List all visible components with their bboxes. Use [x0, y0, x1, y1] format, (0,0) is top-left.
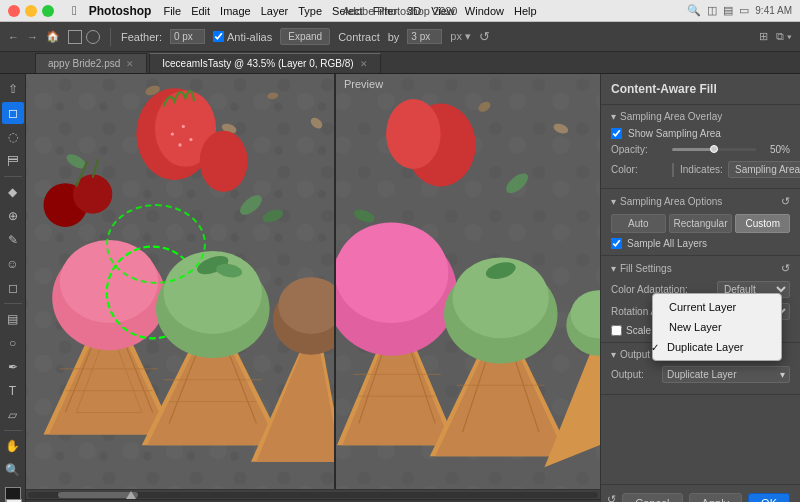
preview-image: [336, 74, 600, 489]
rectangular-btn[interactable]: Rectangular: [669, 214, 733, 233]
bottom-reset-icon[interactable]: ↺: [607, 493, 616, 502]
opacity-slider[interactable]: [672, 148, 756, 151]
sample-all-checkbox[interactable]: [611, 238, 622, 249]
screen-mode-icon[interactable]: ◫: [707, 4, 717, 17]
output-label: Output:: [611, 369, 656, 380]
zoom-tool[interactable]: 🔍: [2, 459, 24, 481]
search-icon[interactable]: 🔍: [687, 4, 701, 17]
window-controls: [8, 5, 54, 17]
text-tool[interactable]: T: [2, 380, 24, 402]
chevron-down-icon-4: ▾: [611, 349, 616, 360]
current-layer-option: Current Layer: [669, 301, 736, 313]
indicates-select[interactable]: Sampling Area Selection None: [728, 161, 800, 178]
chevron-down-icon-3: ▾: [611, 263, 616, 274]
color-swatch[interactable]: [672, 163, 674, 177]
scroll-track[interactable]: [28, 492, 598, 498]
sampling-overlay-section: ▾ Sampling Area Overlay Show Sampling Ar…: [601, 105, 800, 189]
caf-panel: Content-Aware Fill ▾ Sampling Area Overl…: [600, 74, 800, 502]
eraser-tool[interactable]: ◻: [2, 277, 24, 299]
sampling-options-toggle[interactable]: ▾ Sampling Area Options ↺: [611, 195, 790, 208]
workspace: ⇧ ◻ ◌ ⛿ ◆ ⊕ ✎ ☺ ◻ ▤ ○ ✒ T ▱ ✋ 🔍: [0, 74, 800, 502]
tab-bride-close[interactable]: ✕: [126, 59, 134, 69]
preview-panel[interactable]: Preview: [336, 74, 600, 489]
opacity-value: 50%: [762, 144, 790, 155]
tab-icecream[interactable]: IceceamIsTasty @ 43.5% (Layer 0, RGB/8) …: [149, 53, 380, 73]
ok-button[interactable]: OK: [748, 493, 790, 502]
custom-btn[interactable]: Custom: [735, 214, 790, 233]
svg-point-20: [178, 143, 181, 146]
fill-reset-icon[interactable]: ↺: [781, 262, 790, 275]
expand-button[interactable]: Expand: [280, 28, 330, 45]
svg-point-18: [182, 125, 185, 128]
minimize-button[interactable]: [25, 5, 37, 17]
output-select-button[interactable]: Duplicate Layer ▾: [662, 366, 790, 383]
original-image-panel[interactable]: [26, 74, 336, 489]
options-bar: ← → 🏠 Feather: Anti-alias Expand Contrac…: [0, 22, 800, 52]
zoom-to-fit-icon[interactable]: ⊞: [759, 30, 768, 43]
contract-value-input[interactable]: [407, 29, 442, 44]
maximize-button[interactable]: [42, 5, 54, 17]
pen-tool[interactable]: ✒: [2, 356, 24, 378]
arrange-icon[interactable]: ⧉ ▾: [776, 30, 792, 43]
canvas-hscrollbar[interactable]: [26, 489, 600, 499]
caf-bottom-buttons: ↺ Cancel Apply OK: [601, 484, 800, 502]
healing-tool[interactable]: ⊕: [2, 205, 24, 227]
crop-tool[interactable]: ⛿: [2, 150, 24, 172]
sampling-reset-icon[interactable]: ↺: [781, 195, 790, 208]
canvas-content[interactable]: Preview: [26, 74, 600, 489]
sampling-btn-group: Auto Rectangular Custom: [611, 214, 790, 233]
lasso-tool[interactable]: ◌: [2, 126, 24, 148]
eyedropper-tool[interactable]: ◆: [2, 181, 24, 203]
output-row: Output: Duplicate Layer ▾ Current Layer …: [611, 366, 790, 383]
menu-type[interactable]: Type: [298, 5, 322, 17]
apply-button[interactable]: Apply: [689, 493, 743, 502]
svg-point-51: [386, 99, 441, 169]
show-sampling-row: Show Sampling Area: [611, 128, 790, 139]
menu-window[interactable]: Window: [465, 5, 504, 17]
tab-bride-label: appy Bride2.psd: [48, 58, 120, 69]
hand-tool[interactable]: ✋: [2, 435, 24, 457]
close-button[interactable]: [8, 5, 20, 17]
sampling-options-section: ▾ Sampling Area Options ↺ Auto Rectangul…: [601, 189, 800, 256]
reset-icon-options[interactable]: ↺: [479, 29, 490, 44]
dropdown-duplicate-layer[interactable]: Duplicate Layer: [653, 337, 781, 357]
canvas-area: Preview: [26, 74, 600, 502]
battery-icon: ▭: [739, 4, 749, 17]
cancel-button[interactable]: Cancel: [622, 493, 682, 502]
marquee-tool[interactable]: ◻: [2, 102, 24, 124]
home-icon[interactable]: 🏠: [46, 30, 60, 43]
menu-layer[interactable]: Layer: [261, 5, 289, 17]
anti-alias-checkbox[interactable]: [213, 31, 224, 42]
move-tool[interactable]: ⇧: [2, 78, 24, 100]
dropdown-current-layer[interactable]: Current Layer: [653, 297, 781, 317]
menu-help[interactable]: Help: [514, 5, 537, 17]
menu-file[interactable]: File: [163, 5, 181, 17]
brush-tool[interactable]: ✎: [2, 229, 24, 251]
anti-alias-label: Anti-alias: [213, 31, 272, 43]
tab-bride[interactable]: appy Bride2.psd ✕: [35, 53, 147, 73]
dodge-tool[interactable]: ○: [2, 332, 24, 354]
preview-label: Preview: [344, 78, 383, 90]
wifi-icon: ▤: [723, 4, 733, 17]
history-forward[interactable]: →: [27, 31, 38, 43]
fill-settings-toggle[interactable]: ▾ Fill Settings ↺: [611, 262, 790, 275]
svg-point-17: [171, 132, 174, 135]
app-name: Photoshop: [89, 4, 152, 18]
chevron-down-icon-5: ▾: [780, 369, 785, 380]
output-section: ▾ Output Settings Output: Duplicate Laye…: [601, 343, 800, 395]
feather-input[interactable]: [170, 29, 205, 44]
sampling-overlay-toggle[interactable]: ▾ Sampling Area Overlay: [611, 111, 790, 122]
dropdown-new-layer[interactable]: New Layer: [653, 317, 781, 337]
scroll-thumb[interactable]: [58, 492, 138, 498]
scale-checkbox[interactable]: [611, 325, 622, 336]
menu-edit[interactable]: Edit: [191, 5, 210, 17]
shape-tool[interactable]: ▱: [2, 404, 24, 426]
auto-btn[interactable]: Auto: [611, 214, 666, 233]
tab-icecream-close[interactable]: ✕: [360, 59, 368, 69]
gradient-tool[interactable]: ▤: [2, 308, 24, 330]
menu-image[interactable]: Image: [220, 5, 251, 17]
toolbar: ⇧ ◻ ◌ ⛿ ◆ ⊕ ✎ ☺ ◻ ▤ ○ ✒ T ▱ ✋ 🔍: [0, 74, 26, 502]
history-back[interactable]: ←: [8, 31, 19, 43]
clone-tool[interactable]: ☺: [2, 253, 24, 275]
show-sampling-checkbox[interactable]: [611, 128, 622, 139]
